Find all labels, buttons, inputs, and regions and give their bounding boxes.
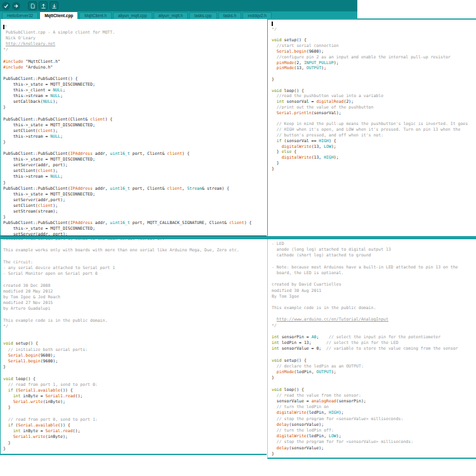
code-token: digitalWrite <box>282 144 312 149</box>
code-token <box>272 446 277 451</box>
code-token: // turn the ledPin off: <box>272 428 334 433</box>
code-line: } <box>3 405 267 411</box>
code-token: uint16_t <box>110 151 129 156</box>
code-token: ) { <box>105 117 112 122</box>
editor-pane-top-left[interactable]: * PubSubClient.cpp - A simple client for… <box>0 19 267 236</box>
code-token: Serial1.begin <box>8 359 41 364</box>
code-line <box>272 32 476 38</box>
tab-mqttclient-h[interactable]: MqttClient.h <box>79 12 112 19</box>
code-token: setClient( <box>3 168 38 173</box>
code-token: NULL <box>50 174 60 179</box>
upload-button[interactable] <box>12 2 20 10</box>
code-token: ) { <box>329 138 336 143</box>
code-line <box>272 329 476 334</box>
code-token: created 30 Dec 2008 <box>3 283 50 288</box>
code-line: } <box>272 166 476 172</box>
editor-pane-top-right[interactable]: */void setup() { //start serial connecti… <box>267 18 476 236</box>
code-token: ); <box>336 433 341 439</box>
new-sketch-button[interactable] <box>28 1 37 10</box>
code-token: setup() { <box>282 37 307 43</box>
code-line: PubSubClient::PubSubClient(Client& clien… <box>3 117 267 122</box>
code-token: client <box>90 117 105 122</box>
code-token: void <box>3 341 13 346</box>
code-token: PubSubClient::PubSubClient( <box>3 151 70 156</box>
code-token: Serial.write <box>13 399 43 404</box>
code-token: http://knolleary.net <box>6 41 55 46</box>
code-token: PubSubClient::PubSubClient( <box>3 220 70 225</box>
code-line: void setup() { <box>272 358 476 364</box>
code-token <box>272 369 277 374</box>
code-line <box>3 329 267 335</box>
code-token: setup() { <box>282 358 307 363</box>
code-token: LOW <box>329 433 336 439</box>
code-token: (sensorVal); <box>312 110 341 116</box>
code-line: Nick O'Leary <box>3 36 267 41</box>
code-line: Serial1.write(inByte); <box>3 434 267 440</box>
code-token: "Arduino.h" <box>25 65 53 70</box>
code-token: Serial.available <box>18 423 58 428</box>
code-line <box>272 21 476 27</box>
code-line: //start serial connection <box>272 43 476 49</box>
tab-aliyun-mqtt-cpp[interactable]: aliyun_mqtt.cpp <box>113 12 152 19</box>
code-line: int inByte = Serial.read(); <box>3 428 267 434</box>
code-line: this->_state = MQTT_DISCONNECTED; <box>3 226 267 232</box>
code-token: // initialize both serial ports: <box>3 347 88 352</box>
code-line: digitalWrite(ledPin, HIGH); <box>272 410 476 416</box>
code-line <box>272 276 476 282</box>
code-line: modified 20 May 2012 <box>3 289 267 294</box>
code-token: - Note: because most Arduinos have a bui… <box>272 265 458 270</box>
code-line: * <box>3 24 267 30</box>
code-token: // read the value from the sensor: <box>272 393 361 398</box>
code-token: sensorValue = 0; <box>279 346 322 351</box>
code-token: //configure pin 2 as an input and enable… <box>272 55 451 60</box>
editor-pane-bottom-right[interactable]: - LED anode (long leg) attached to digit… <box>267 239 476 459</box>
code-token: client <box>167 151 182 156</box>
code-token: digitalWrite <box>277 433 307 439</box>
code-token: } <box>3 405 11 410</box>
code-token: - any serial device attached to Serial p… <box>3 265 115 270</box>
save-button[interactable] <box>50 1 58 10</box>
code-token: delay <box>277 422 289 427</box>
code-token <box>272 433 277 439</box>
code-token: Serial.begin <box>277 49 307 54</box>
tab-helloserver32[interactable]: HelloServer32 <box>2 12 38 19</box>
code-line: PubSubClient::PubSubClient(IPAddress add… <box>3 151 267 157</box>
tab-tasks-h[interactable]: tasks.h <box>218 12 242 19</box>
tab-aliyun-mqtt-h[interactable]: aliyun_mqtt.h <box>154 12 188 19</box>
code-token: ); <box>334 155 339 160</box>
code-token: * <box>4 24 7 29</box>
open-button[interactable] <box>39 1 48 10</box>
code-token: { <box>291 149 296 154</box>
code-token: PubSubClient::PubSubClient() { <box>3 76 77 81</box>
code-line: setStream(stream); <box>3 209 267 215</box>
check-icon <box>3 3 9 9</box>
code-token: } <box>272 161 279 166</box>
code-token: port, Client& <box>130 186 168 191</box>
code-token: uint16_t <box>110 186 129 191</box>
code-token: setServer(addr,port); <box>3 197 65 202</box>
code-line: - LED <box>272 241 476 247</box>
verify-button[interactable] <box>2 2 10 10</box>
code-token: //read the pushbutton value into a varia… <box>272 93 383 98</box>
code-token: this->_state = MQTT_DISCONNECTED; <box>3 226 95 231</box>
code-line: #include "Arduino.h" <box>3 65 267 70</box>
code-token: #include <box>3 59 25 64</box>
code-token: Serial1.read <box>46 393 76 399</box>
code-line: int inByte = Serial1.read(); <box>3 393 267 399</box>
editor-pane-bottom-left[interactable]: receives from serial port 1, sends to th… <box>0 239 267 455</box>
code-token: setClient( <box>3 203 38 208</box>
code-token: NULL <box>50 93 60 98</box>
code-line <box>272 300 476 305</box>
code-token: setCallback( <box>3 99 43 104</box>
code-token <box>272 60 277 65</box>
code-line: pinMode(13, OUTPUT); <box>272 65 476 71</box>
code-line: this->_state = MQTT_DISCONNECTED; <box>3 157 267 162</box>
code-token <box>272 65 277 70</box>
code-line: this->stream = NULL; <box>3 174 267 180</box>
tab-mqttclient-cpp[interactable]: MqttClient.cpp <box>39 11 78 19</box>
code-line: setCallback(NULL); <box>3 99 267 105</box>
code-token: (); <box>73 428 81 433</box>
tab-tasks-cpp[interactable]: tasks.cpp <box>189 12 216 19</box>
code-token: int <box>272 346 279 351</box>
code-line: if (Serial.available()) { <box>3 423 267 428</box>
